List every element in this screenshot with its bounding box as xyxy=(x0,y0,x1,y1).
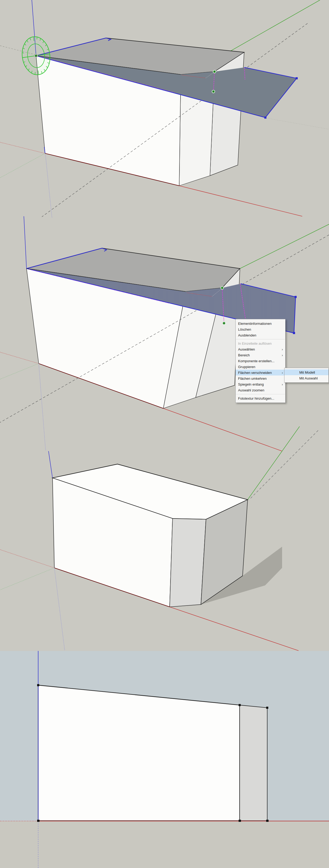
menu-item-label: Spiegeln entlang xyxy=(238,382,264,386)
menu-item-label: Flächen verschneiden xyxy=(238,371,272,375)
menu-item-label: Mit Modell xyxy=(299,370,315,374)
menu-item-label: Mit Auswahl xyxy=(299,376,318,380)
menu-item-intersect-faces[interactable]: Flächen verschneiden› xyxy=(236,370,285,375)
submenu-arrow-icon: › xyxy=(282,382,283,386)
plane-corner-handle[interactable] xyxy=(296,77,298,79)
scene3-box-chamfer-face[interactable] xyxy=(170,519,206,607)
menu-separator xyxy=(236,339,285,339)
menu-item-hide[interactable]: Ausblenden xyxy=(236,332,285,338)
menu-item-label: Fototextur hinzufügen... xyxy=(238,397,274,400)
context-menu: ElementinformationenLöschenAusblendenIn … xyxy=(235,319,286,403)
menu-item-element-info[interactable]: Elementinformationen xyxy=(236,320,285,327)
menu-item-label: Flächen umkehren xyxy=(238,377,267,380)
submenu-arrow-icon: › xyxy=(282,347,283,351)
menu-item-delete[interactable]: Löschen xyxy=(236,327,285,332)
menu-item-flip-along[interactable]: Spiegeln entlang› xyxy=(236,381,285,387)
menu-item-reverse-faces[interactable]: Flächen umkehren xyxy=(236,375,285,381)
menu-item-label: Bereich xyxy=(238,353,250,357)
menu-item-explode[interactable]: In Einzelteile auflösen xyxy=(236,340,285,346)
menu-item-label: Auswählen xyxy=(238,347,255,351)
screenshot-root: ElementinformationenLöschenAusblendenIn … xyxy=(0,0,329,868)
menu-item-add-photo-texture[interactable]: Fototextur hinzufügen... xyxy=(236,395,285,401)
plane-corner-handle[interactable] xyxy=(295,296,297,298)
menu-item-zoom-selection[interactable]: Auswahl zoomen xyxy=(236,387,285,393)
submenu-arrow-icon: › xyxy=(282,371,283,375)
menu-item-make-component[interactable]: Komponente erstellen... xyxy=(236,358,285,364)
menu-item-intersect-with-selection[interactable]: Mit Auswahl xyxy=(285,375,328,381)
menu-item-label: Auswahl zoomen xyxy=(238,388,264,392)
menu-item-label: Löschen xyxy=(238,328,251,332)
menu-item-label: Komponente erstellen... xyxy=(238,359,274,363)
menu-item-label: Ausblenden xyxy=(238,333,256,337)
menu-separator xyxy=(236,394,285,394)
menu-item-group[interactable]: Gruppieren xyxy=(236,364,285,370)
scene4-side-strip-face[interactable] xyxy=(240,705,267,821)
menu-item-select[interactable]: Auswählen› xyxy=(236,346,285,352)
menu-item-area[interactable]: Bereich› xyxy=(236,352,285,358)
menu-item-intersect-with-model[interactable]: Mit Modell xyxy=(285,369,328,375)
plane-corner-handle[interactable] xyxy=(264,117,266,119)
menu-item-label: Gruppieren xyxy=(238,365,255,369)
menu-item-label: In Einzelteile auflösen xyxy=(238,342,271,345)
submenu-arrow-icon: › xyxy=(282,353,283,357)
plane-corner-handle[interactable] xyxy=(293,332,295,334)
intersect-faces-submenu: Mit ModellMit Auswahl xyxy=(284,368,329,383)
menu-item-label: Elementinformationen xyxy=(238,321,271,326)
scene4-front-face[interactable] xyxy=(38,685,240,821)
front-view-ground xyxy=(0,821,329,868)
sketchup-viewport-canvas xyxy=(0,0,329,868)
